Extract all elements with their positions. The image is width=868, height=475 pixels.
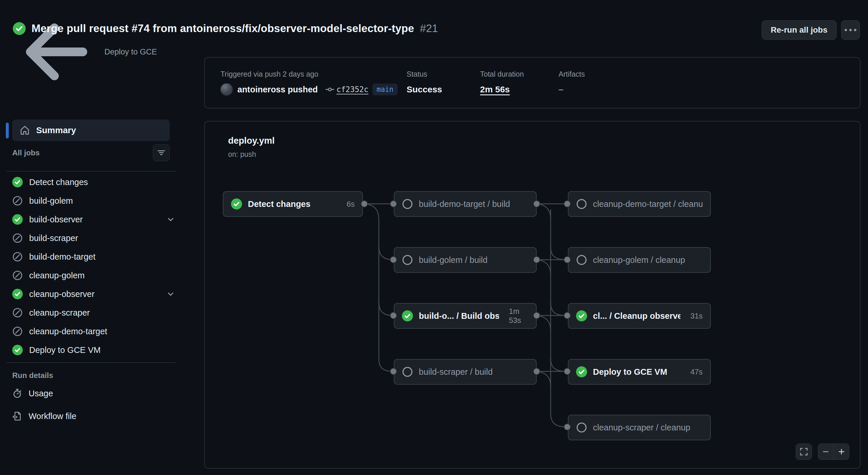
all-jobs-row: All jobs — [12, 144, 170, 161]
skipped-icon — [576, 255, 587, 266]
duration-label: Total duration — [480, 70, 524, 78]
sidebar-job-item[interactable]: cleanup-scraper — [12, 303, 175, 322]
workflow-node-build-golem[interactable]: build-golem / build — [394, 247, 537, 273]
node-duration: 6s — [343, 200, 355, 209]
node-label: Deploy to GCE VM — [593, 367, 667, 377]
workflow-file-icon — [12, 411, 22, 421]
skipped-icon — [12, 270, 23, 281]
run-title-row: Merge pull request #74 from antoineross/… — [13, 22, 438, 35]
success-icon — [231, 199, 242, 209]
sidebar-item-usage[interactable]: Usage — [12, 384, 175, 403]
sidebar-job-label: cleanup-observer — [29, 290, 94, 299]
node-duration: 31s — [686, 311, 703, 320]
success-icon — [576, 310, 587, 321]
skipped-icon — [12, 233, 23, 243]
skipped-icon — [12, 326, 23, 337]
sidebar-item-summary[interactable]: Summary — [12, 120, 170, 141]
selected-accent-bar — [6, 123, 9, 138]
workflow-graph-card: deploy.yml on: push Detect changes6sbuil… — [204, 121, 860, 469]
duration-value[interactable]: 2m 56s — [480, 84, 510, 94]
check-circle-icon — [13, 22, 26, 35]
actor-text: antoineross pushed — [238, 85, 318, 94]
node-duration: 1m 53s — [505, 307, 528, 325]
chevron-down-icon[interactable] — [166, 290, 175, 298]
commit-link[interactable]: cf2352c — [337, 85, 369, 94]
node-label: cleanup-scraper / cleanup — [593, 423, 690, 433]
workflow-node-build-demo-target[interactable]: build-demo-target / build — [394, 191, 537, 217]
status-label: Status — [407, 70, 427, 78]
run-details-label: Run details — [12, 371, 175, 380]
success-icon — [12, 214, 23, 225]
skipped-icon — [402, 199, 413, 209]
back-label: Deploy to GCE — [104, 47, 157, 57]
workflow-node-cleanup-golem[interactable]: cleanup-golem / cleanup — [568, 247, 711, 273]
commit-icon — [326, 85, 334, 94]
sidebar-divider — [6, 171, 176, 172]
sidebar-job-item[interactable]: build-scraper — [12, 229, 175, 247]
more-options-button[interactable] — [841, 21, 860, 40]
node-label: build-golem / build — [419, 255, 487, 265]
workflow-node-cleanup-demo-target[interactable]: cleanup-demo-target / cleanup — [568, 191, 711, 217]
sidebar-divider-2 — [6, 362, 176, 363]
sidebar-job-label: cleanup-scraper — [29, 308, 90, 318]
sidebar-job-item[interactable]: Deploy to GCE VM — [12, 341, 175, 359]
sidebar-jobs: Detect changesbuild-golembuild-observerb… — [12, 173, 175, 359]
home-icon — [20, 125, 30, 135]
workflow-node-cleanup-scraper[interactable]: cleanup-scraper / cleanup — [568, 415, 711, 440]
push-row: antoineross pushed cf2352c main — [220, 83, 398, 96]
success-icon — [576, 366, 587, 377]
node-label: build-o... / Build observer — [419, 311, 499, 321]
workflow-run-page: Deploy to GCE Merge pull request #74 fro… — [0, 0, 868, 475]
success-icon — [12, 177, 23, 188]
avatar[interactable] — [220, 83, 233, 96]
sidebar-job-label: build-observer — [29, 215, 83, 225]
zoom-control — [818, 444, 849, 460]
trigger-summary-card: Triggered via push 2 days ago antoineros… — [204, 57, 860, 108]
sidebar: Summary All jobs Detect changesbuild-gol… — [0, 57, 192, 475]
sidebar-job-item[interactable]: cleanup-observer — [12, 285, 175, 303]
status-value: Success — [407, 84, 442, 94]
workflow-node-detect-changes[interactable]: Detect changes6s — [223, 191, 363, 217]
skipped-icon — [576, 199, 587, 209]
workflow-node-cleanup-observer-gar[interactable]: cl... / Cleanup observer GAR31s — [568, 303, 711, 329]
success-icon — [402, 310, 413, 321]
filter-jobs-button[interactable] — [153, 144, 170, 161]
skipped-icon — [12, 196, 23, 206]
zoom-out-button[interactable] — [818, 444, 834, 460]
rerun-all-jobs-button[interactable]: Re-run all jobs — [762, 21, 837, 40]
node-label: build-demo-target / build — [419, 199, 510, 209]
sidebar-job-label: Detect changes — [29, 177, 88, 187]
sidebar-job-item[interactable]: cleanup-demo-target — [12, 322, 175, 341]
run-number: #21 — [420, 23, 438, 35]
workflow-node-deploy-to-gce-vm[interactable]: Deploy to GCE VM47s — [568, 359, 711, 385]
top-bar: Deploy to GCE Merge pull request #74 fro… — [0, 0, 868, 57]
sidebar-job-item[interactable]: build-observer — [12, 210, 175, 229]
sidebar-job-item[interactable]: build-demo-target — [12, 247, 175, 266]
triggered-text: Triggered via push 2 days ago — [220, 70, 318, 78]
workflow-file-label: Workflow file — [29, 411, 76, 421]
skipped-icon — [576, 422, 587, 433]
node-label: build-scraper / build — [419, 367, 493, 377]
sidebar-job-item[interactable]: Detect changes — [12, 173, 175, 192]
summary-label: Summary — [36, 125, 76, 135]
graph-canvas[interactable]: Detect changes6sbuild-demo-target / buil… — [205, 122, 860, 468]
node-label: cleanup-golem / cleanup — [593, 255, 685, 265]
fit-view-icon — [800, 447, 808, 456]
run-details-section: Run details Usage Workflow file — [12, 371, 175, 426]
node-label: cl... / Cleanup observer GAR — [593, 311, 680, 321]
sidebar-job-item[interactable]: build-golem — [12, 192, 175, 210]
branch-badge[interactable]: main — [372, 83, 398, 95]
workflow-node-build-scraper[interactable]: build-scraper / build — [394, 359, 537, 385]
header-actions: Re-run all jobs — [762, 21, 860, 40]
chevron-down-icon[interactable] — [166, 215, 175, 224]
workflow-node-build-observer[interactable]: build-o... / Build observer1m 53s — [394, 303, 537, 329]
zoom-in-button[interactable] — [834, 444, 849, 460]
sidebar-job-label: build-golem — [29, 196, 73, 206]
fit-view-button[interactable] — [796, 444, 812, 460]
sidebar-item-workflow-file[interactable]: Workflow file — [12, 407, 175, 426]
node-label: Detect changes — [248, 199, 310, 209]
kebab-icon — [845, 29, 856, 31]
filter-icon — [157, 148, 166, 157]
skipped-icon — [12, 251, 23, 262]
sidebar-job-item[interactable]: cleanup-golem — [12, 266, 175, 285]
